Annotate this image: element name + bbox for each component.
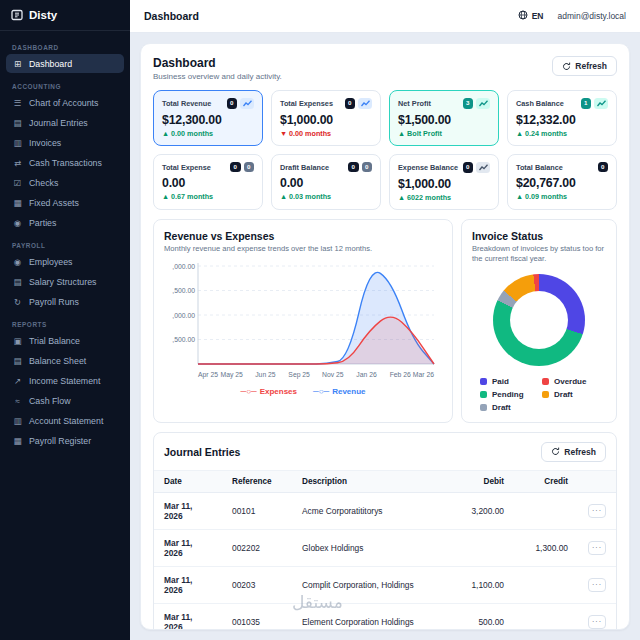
- stat-card-drafit-balance: Drafit Balance000.00▲ 0.03 months: [271, 154, 381, 210]
- sidebar-item-journal-entries[interactable]: ▤Journal Entries: [6, 113, 124, 132]
- stat-badges: 1: [581, 98, 608, 109]
- refresh-label: Refresh: [564, 447, 596, 457]
- dashboard-icon: ⊞: [12, 59, 23, 69]
- topbar-title: Dashboard: [144, 10, 199, 22]
- count-badge: 0: [348, 162, 358, 172]
- sidebar-item-trial-balance[interactable]: ▣Trial Balance: [6, 331, 124, 350]
- journal-header: Journal Entries Refresh: [154, 433, 616, 470]
- legend-swatch: [542, 391, 549, 398]
- cell-debit: 1,100.00: [450, 566, 514, 603]
- stat-trend: ▲ 0.09 months: [516, 192, 608, 201]
- cell-credit: 1,300.00: [514, 529, 578, 566]
- sidebar-item-fixed-assets[interactable]: ▦Fixed Assets: [6, 193, 124, 212]
- sidebar-item-salary-structures[interactable]: ▤Salary Structures: [6, 272, 124, 291]
- sidebar-item-dashboard[interactable]: ⊞Dashboard: [6, 54, 124, 73]
- checks-icon: ☑: [12, 178, 23, 188]
- stat-trend: ▲ 0.24 months: [516, 129, 608, 138]
- cell-actions: ···: [578, 529, 616, 566]
- stat-trend: ▼ 0.00 months: [280, 129, 372, 138]
- cell-description: Acme Corporatititorys: [292, 492, 450, 529]
- cell-description: Element Corporation Holdings: [292, 603, 450, 630]
- legend-label: Overdue: [554, 377, 586, 386]
- cell-reference: 002202: [222, 529, 292, 566]
- sidebar-item-parties[interactable]: ◉Parties: [6, 213, 124, 232]
- stat-badges: 0: [463, 162, 490, 173]
- journal-title: Journal Entries: [164, 446, 240, 458]
- cell-date: Mar 11, 2026: [154, 603, 222, 630]
- legend-item-draft: Draft: [542, 390, 598, 399]
- svg-text:Apr 25: Apr 25: [198, 371, 218, 379]
- sidebar-item-invoices[interactable]: ▥Invoices: [6, 133, 124, 152]
- payroll-runs-icon: ↻: [12, 297, 23, 307]
- legend-item-expenses: ─○─Expenses: [240, 387, 297, 396]
- row-actions-button[interactable]: ···: [588, 541, 606, 555]
- cell-actions: ···: [578, 566, 616, 603]
- app-name: Disty: [29, 9, 57, 21]
- sidebar-item-label: Parties: [29, 218, 56, 228]
- donut-chart: [493, 274, 585, 366]
- col-description: Description: [292, 470, 450, 492]
- svg-text:Feb 26: Feb 26: [390, 371, 411, 378]
- sidebar-item-account-statement[interactable]: ▥Account Statement: [6, 411, 124, 430]
- sidebar-item-balance-sheet[interactable]: ▤Balance Sheet: [6, 351, 124, 370]
- sidebar-item-label: Income Statement: [29, 376, 100, 386]
- app-logo[interactable]: Disty: [0, 0, 130, 31]
- sidebar-item-payroll-register[interactable]: ▦Payroll Register: [6, 431, 124, 450]
- stat-badges: 0: [345, 98, 372, 109]
- main-area: Dashboard EN admin@disty.local Dashboard…: [130, 0, 640, 640]
- legend-item-revenue: ─○─Revenue: [313, 387, 366, 396]
- stat-label: Net Profit: [398, 99, 431, 108]
- stat-trend: ▲ 6022 months: [398, 193, 490, 202]
- col-debit: Debit: [450, 470, 514, 492]
- legend-item-paid: Paid: [480, 377, 536, 386]
- cash-flow-icon: ≈: [12, 396, 23, 406]
- refresh-icon: [562, 62, 571, 71]
- stat-badges: 00: [230, 162, 254, 172]
- svg-text:,000.00: ,000.00: [172, 263, 195, 270]
- cell-description: Complit Corporation, Holdings: [292, 566, 450, 603]
- legend-item-overdue: Overdue: [542, 377, 598, 386]
- sidebar-item-cash-transactions[interactable]: ⇄Cash Transactions: [6, 153, 124, 172]
- account-statement-icon: ▥: [12, 416, 23, 426]
- topbar: Dashboard EN admin@disty.local: [130, 0, 640, 33]
- sidebar-item-cash-flow[interactable]: ≈Cash Flow: [6, 391, 124, 410]
- user-email[interactable]: admin@disty.local: [558, 11, 626, 21]
- sidebar-item-chart-of-accounts[interactable]: ☰Chart of Accounts: [6, 93, 124, 112]
- stat-trend: ▲ 0.03 months: [280, 192, 372, 201]
- language-switcher[interactable]: EN: [518, 10, 544, 22]
- row-actions-button[interactable]: ···: [588, 504, 606, 518]
- stat-label: Total Expense: [162, 163, 211, 172]
- table-row: Mar 11, 2026001035Element Corporation Ho…: [154, 603, 616, 630]
- line-chart-icon: [240, 98, 254, 109]
- stat-badges: 00: [348, 162, 372, 172]
- sidebar-item-label: Account Statement: [29, 416, 103, 426]
- row-actions-button[interactable]: ···: [588, 615, 606, 629]
- sidebar-item-label: Cash Flow: [29, 396, 71, 406]
- sidebar-section-label-dashboard: DASHBOARD: [6, 41, 124, 53]
- globe-icon: [518, 10, 528, 22]
- stat-amount: $12,300.00: [162, 113, 254, 127]
- sidebar-item-label: Fixed Assets: [29, 198, 79, 208]
- cell-debit: 3,200.00: [450, 492, 514, 529]
- stat-card-total-balance: Total Balance0$20,767.00▲ 0.09 months: [507, 154, 617, 210]
- stat-card-cash-balance: Cash Balance1$12,332.00▲ 0.24 months: [507, 90, 617, 146]
- journal-refresh-button[interactable]: Refresh: [541, 442, 606, 462]
- stat-card-total-expenses: Total Expenses0$1,000.00▼ 0.00 months: [271, 90, 381, 146]
- sidebar-item-label: Trial Balance: [29, 336, 80, 346]
- stat-amount: 0.00: [280, 176, 372, 190]
- sidebar-item-checks[interactable]: ☑Checks: [6, 173, 124, 192]
- stat-label: Expense Balance: [398, 163, 458, 172]
- sidebar-item-payroll-runs[interactable]: ↻Payroll Runs: [6, 292, 124, 311]
- refresh-button[interactable]: Refresh: [552, 56, 617, 76]
- page-title: Dashboard: [153, 56, 282, 70]
- table-row: Mar 11, 202600101Acme Corporatititorys3,…: [154, 492, 616, 529]
- payroll-register-icon: ▦: [12, 436, 23, 446]
- table-row: Mar 11, 2026002202Globex Holdings1,300.0…: [154, 529, 616, 566]
- svg-text:May 25: May 25: [221, 371, 244, 379]
- svg-text:Mar 26: Mar 26: [413, 371, 434, 378]
- row-actions-button[interactable]: ···: [588, 578, 606, 592]
- legend-label: Draft: [554, 390, 573, 399]
- stat-card-net-profit: Net Profit3$1,500.00▲ Bolt Profit: [389, 90, 499, 146]
- sidebar-item-income-statement[interactable]: ↗Income Statement: [6, 371, 124, 390]
- sidebar-item-employees[interactable]: ◉Employees: [6, 252, 124, 271]
